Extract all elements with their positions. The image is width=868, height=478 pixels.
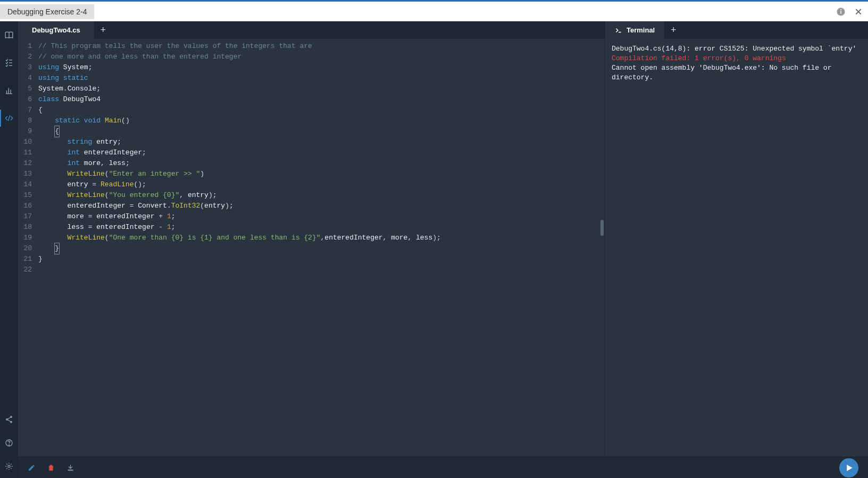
terminal-line: Cannot open assembly 'DebugTwo4.exe': No… (612, 63, 862, 83)
line-number: 7 (20, 105, 32, 116)
add-tab-button[interactable]: + (94, 21, 112, 39)
line-number: 15 (20, 190, 32, 201)
gear-icon[interactable] (4, 461, 14, 472)
code-content[interactable]: // This program tells the user the value… (36, 39, 605, 457)
add-terminal-button[interactable]: + (664, 21, 682, 39)
line-number: 16 (20, 201, 32, 211)
page-title: Debugging Exercise 2-4 (0, 4, 94, 19)
terminal-tab-label: Terminal (627, 26, 655, 34)
terminal-pane: Terminal + DebugTwo4.cs(14,8): error CS1… (605, 21, 868, 457)
line-number: 1 (20, 41, 32, 52)
line-number: 3 (20, 62, 32, 73)
code-line[interactable] (36, 265, 605, 275)
line-number: 19 (20, 233, 32, 243)
edit-icon[interactable] (28, 464, 36, 472)
help-icon[interactable] (4, 438, 14, 448)
line-number: 6 (20, 94, 32, 105)
line-number: 14 (20, 179, 32, 190)
trash-icon[interactable] (47, 464, 55, 472)
chart-icon[interactable] (4, 85, 14, 96)
code-line[interactable]: less = enteredInteger - 1; (36, 222, 605, 233)
book-icon[interactable] (4, 30, 14, 40)
line-number: 4 (20, 73, 32, 84)
code-editor[interactable]: 12345678910111213141516171819202122 // T… (18, 39, 605, 457)
line-number: 20 (20, 243, 32, 254)
terminal-line: DebugTwo4.cs(14,8): error CS1525: Unexpe… (612, 44, 862, 54)
code-line[interactable]: static void Main() (36, 116, 605, 126)
code-line[interactable]: WriteLine("Enter an integer >> ") (36, 169, 605, 179)
run-button[interactable] (839, 458, 858, 477)
line-number: 13 (20, 169, 32, 179)
line-number: 5 (20, 84, 32, 94)
code-line[interactable]: { (36, 126, 605, 137)
scrollbar-thumb[interactable] (600, 220, 604, 236)
code-line[interactable]: string entry; (36, 137, 605, 147)
tab-file[interactable]: DebugTwo4.cs (18, 21, 94, 39)
line-number: 21 (20, 254, 32, 265)
activity-bar (0, 21, 18, 478)
svg-point-8 (8, 465, 10, 467)
terminal-icon (615, 27, 622, 34)
line-number: 2 (20, 52, 32, 62)
code-line[interactable]: } (36, 254, 605, 265)
svg-point-7 (9, 444, 9, 445)
line-number: 18 (20, 222, 32, 233)
code-line[interactable]: entry = ReadLine(); (36, 179, 605, 190)
bottom-toolbar (18, 457, 868, 478)
code-line[interactable]: using System; (36, 62, 605, 73)
code-line[interactable]: enteredInteger = Convert.ToInt32(entry); (36, 201, 605, 211)
code-line[interactable]: System.Console; (36, 84, 605, 94)
code-line[interactable]: int enteredInteger; (36, 147, 605, 158)
code-line[interactable]: more = enteredInteger + 1; (36, 211, 605, 222)
line-number: 17 (20, 211, 32, 222)
svg-point-2 (840, 9, 841, 10)
tab-terminal[interactable]: Terminal (605, 21, 664, 39)
terminal-line: Compilation failed: 1 error(s), 0 warnin… (612, 54, 862, 63)
code-line[interactable]: // This program tells the user the value… (36, 41, 605, 52)
line-number: 9 (20, 126, 32, 137)
terminal-tab-bar: Terminal + (605, 21, 868, 39)
code-line[interactable]: } (36, 243, 605, 254)
code-line[interactable]: { (36, 105, 605, 116)
line-number: 22 (20, 265, 32, 275)
code-line[interactable]: // one more and one less than the entere… (36, 52, 605, 62)
code-line[interactable]: WriteLine("You entered {0}", entry); (36, 190, 605, 201)
editor-tab-bar: DebugTwo4.cs + (18, 21, 605, 39)
close-icon[interactable] (854, 7, 863, 16)
code-line[interactable]: WriteLine("One more than {0} is {1} and … (36, 233, 605, 243)
line-gutter: 12345678910111213141516171819202122 (18, 39, 36, 457)
code-line[interactable]: class DebugTwo4 (36, 94, 605, 105)
info-icon[interactable] (836, 7, 846, 17)
line-number: 10 (20, 137, 32, 147)
line-number: 12 (20, 158, 32, 169)
code-line[interactable]: using static (36, 73, 605, 84)
terminal-output[interactable]: DebugTwo4.cs(14,8): error CS1525: Unexpe… (605, 39, 868, 457)
download-icon[interactable] (66, 464, 74, 472)
line-number: 11 (20, 147, 32, 158)
code-line[interactable]: int more, less; (36, 158, 605, 169)
editor-pane: DebugTwo4.cs + 1234567891011121314151617… (18, 21, 605, 457)
svg-rect-1 (840, 11, 841, 13)
share-icon[interactable] (4, 414, 14, 425)
checklist-icon[interactable] (4, 57, 14, 68)
code-icon[interactable] (4, 113, 14, 123)
title-bar: Debugging Exercise 2-4 (0, 0, 868, 21)
line-number: 8 (20, 116, 32, 126)
